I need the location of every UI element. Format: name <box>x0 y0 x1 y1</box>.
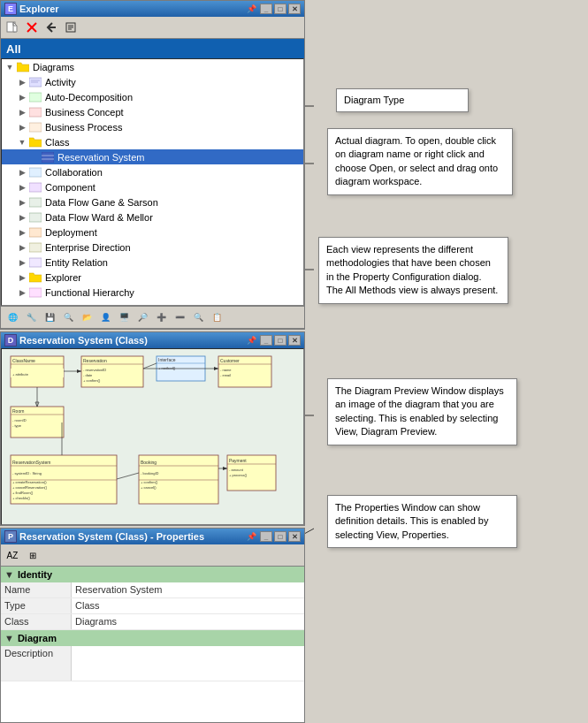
tree-item-deployment[interactable]: ▶ Deployment <box>2 225 303 240</box>
tree-item-component[interactable]: ▶ Component <box>2 179 303 194</box>
maximize-button-2[interactable]: □ <box>274 335 286 346</box>
expand-func[interactable]: ▶ <box>16 286 28 299</box>
svg-text:+ cancelReservation(): + cancelReservation() <box>12 485 48 490</box>
pin-button[interactable]: 📌 <box>245 4 258 13</box>
view-btn-8[interactable]: 🔎 <box>134 308 151 326</box>
sort-category-button[interactable]: ⊞ <box>24 546 42 564</box>
tree-item-auto-decomp[interactable]: ▶ Auto-Decomposition <box>2 89 303 104</box>
tree-item-label: Collaboration <box>45 167 103 178</box>
expand-enterprise[interactable]: ▶ <box>16 241 28 254</box>
svg-line-79 <box>117 473 139 479</box>
expand-activity[interactable]: ▶ <box>16 76 28 88</box>
view-btn-9[interactable]: ➕ <box>152 308 170 326</box>
expand-dfwm[interactable]: ▶ <box>16 211 28 224</box>
annotation-view-text: Each view represents the different metho… <box>326 244 498 295</box>
tree-item-label: Business Concept <box>45 107 124 118</box>
close-button[interactable]: ✕ <box>288 4 301 14</box>
view-btn-6[interactable]: 👤 <box>96 308 114 326</box>
tree-item-label: Explorer <box>45 272 81 283</box>
identity-label: Identity <box>18 569 52 580</box>
svg-rect-25 <box>29 198 42 207</box>
svg-text:- bookingID: - bookingID <box>141 471 159 476</box>
svg-text:Interface: Interface <box>158 357 176 362</box>
tree-item-entity-rel[interactable]: ▶ Entity Relation <box>2 255 303 270</box>
tree-item-func-hier[interactable]: ▶ Functional Hierarchy <box>2 285 303 300</box>
expand-component[interactable]: ▶ <box>16 181 28 194</box>
tree-item-label: Enterprise Direction <box>45 242 131 253</box>
expand-dfgs[interactable]: ▶ <box>16 196 28 209</box>
svg-text:Reservation: Reservation <box>83 358 107 363</box>
diagram-window-icon: D <box>4 334 17 346</box>
sort-alpha-button[interactable]: AZ <box>4 546 21 564</box>
close-button-3[interactable]: ✕ <box>288 531 301 542</box>
expand-diagrams[interactable]: ▼ <box>4 61 16 73</box>
svg-marker-55 <box>214 367 218 370</box>
diagram-label: Diagram <box>18 633 57 643</box>
properties-button[interactable] <box>62 19 80 36</box>
expand-deployment[interactable]: ▶ <box>16 226 28 239</box>
tree-item-reservation[interactable]: ▶ Reservation System <box>2 149 303 164</box>
maximize-button[interactable]: □ <box>274 4 286 14</box>
tree-item-biz-concept[interactable]: ▶ Business Concept <box>2 104 303 119</box>
svg-text:- email: - email <box>220 373 231 377</box>
type-value: Class <box>72 598 304 613</box>
component-icon <box>28 181 42 194</box>
pin-button-2[interactable]: 📌 <box>245 336 258 345</box>
view-btn-1[interactable]: 🌐 <box>4 308 21 326</box>
tree-item-collaboration[interactable]: ▶ Collaboration <box>2 164 303 179</box>
svg-text:- systemID : String: - systemID : String <box>12 471 42 476</box>
view-btn-10[interactable]: ➖ <box>171 308 188 326</box>
svg-rect-30 <box>29 288 42 297</box>
tree-item-explorer2[interactable]: ▶ Explorer <box>2 270 303 285</box>
minimize-button-2[interactable]: _ <box>260 335 272 346</box>
view-btn-12[interactable]: 📋 <box>208 308 225 326</box>
tree-item-label: Entity Relation <box>45 257 108 268</box>
tree-item-label: Component <box>45 182 95 193</box>
tree-item-biz-process[interactable]: ▶ Business Process <box>2 119 303 134</box>
expand-biz-process[interactable]: ▶ <box>16 121 28 133</box>
pin-button-3[interactable]: 📌 <box>245 532 258 541</box>
svg-rect-19 <box>29 123 42 132</box>
expand-class[interactable]: ▼ <box>16 136 28 148</box>
close-button-2[interactable]: ✕ <box>288 335 301 346</box>
minimize-button[interactable]: _ <box>260 4 272 14</box>
diagram-canvas: ClassName + attribute Reservation - rese… <box>1 348 304 525</box>
svg-text:- type: - type <box>12 423 22 428</box>
explorer-tree[interactable]: ▼ Diagrams ▶ Activity ▶ <box>1 58 304 306</box>
tree-item-class[interactable]: ▼ Class <box>2 134 303 149</box>
biz-process-icon <box>28 121 42 133</box>
svg-text:Customer: Customer <box>220 358 240 363</box>
view-btn-5[interactable]: 📂 <box>78 308 95 326</box>
new-button[interactable] <box>4 19 21 36</box>
tree-item-dataflow-wm[interactable]: ▶ Data Flow Ward & Mellor <box>2 209 303 225</box>
view-btn-11[interactable]: 🔍 <box>189 308 207 326</box>
view-btn-4[interactable]: 🔍 <box>59 308 77 326</box>
tree-item-activity[interactable]: ▶ Activity <box>2 74 303 89</box>
explorer2-icon <box>28 271 42 284</box>
view-btn-2[interactable]: 🔧 <box>22 308 40 326</box>
expand-biz-concept[interactable]: ▶ <box>16 106 28 118</box>
properties-toolbar: AZ ⊞ <box>1 544 304 567</box>
expand-entity[interactable]: ▶ <box>16 256 28 269</box>
back-button[interactable] <box>42 19 60 36</box>
dataflow-gs-icon <box>28 196 42 209</box>
expand-explorer[interactable]: ▶ <box>16 271 28 284</box>
expand-collaboration[interactable]: ▶ <box>16 166 28 179</box>
expand-auto[interactable]: ▶ <box>16 91 28 103</box>
collaboration-icon <box>28 166 42 179</box>
tree-item-enterprise[interactable]: ▶ Enterprise Direction <box>2 240 303 255</box>
minimize-button-3[interactable]: _ <box>260 531 272 542</box>
svg-text:- reservationID: - reservationID <box>83 368 106 372</box>
delete-button[interactable] <box>23 19 41 36</box>
expand-identity[interactable]: ▼ <box>4 569 14 580</box>
svg-text:Payment: Payment <box>229 458 247 463</box>
class-row: Class Diagrams <box>1 614 304 630</box>
maximize-button-3[interactable]: □ <box>274 531 286 542</box>
view-btn-3[interactable]: 💾 <box>41 308 58 326</box>
tree-item-dataflow-gs[interactable]: ▶ Data Flow Gane & Sarson <box>2 194 303 209</box>
dataflow-wm-icon <box>28 211 42 224</box>
tree-item-diagrams[interactable]: ▼ Diagrams <box>2 59 303 74</box>
view-btn-7[interactable]: 🖥️ <box>115 308 133 326</box>
expand-diagram[interactable]: ▼ <box>4 633 14 643</box>
diagram-preview-titlebar: D Reservation System (Class) 📌 _ □ ✕ <box>1 332 304 348</box>
